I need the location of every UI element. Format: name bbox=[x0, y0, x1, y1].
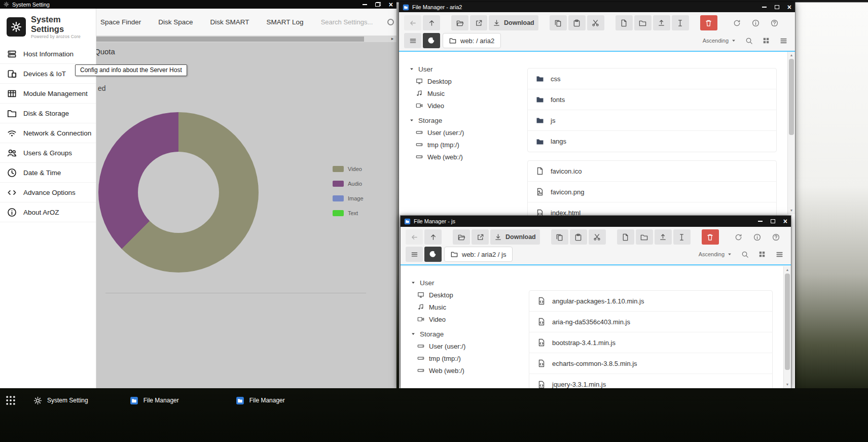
file-row-langs[interactable]: langs bbox=[528, 131, 776, 152]
file-row-favicon-png[interactable]: favicon.png bbox=[528, 182, 776, 202]
close-button[interactable]: × bbox=[389, 1, 393, 8]
menu-button[interactable] bbox=[406, 247, 423, 262]
paste-button[interactable] bbox=[570, 229, 587, 245]
sort-order-dropdown[interactable]: Ascending bbox=[699, 251, 732, 257]
sidebar-item-users-groups[interactable]: Users & Groups bbox=[0, 143, 96, 163]
system-settings-titlebar[interactable]: System Setting × bbox=[0, 0, 396, 9]
restore-button[interactable] bbox=[375, 2, 381, 7]
app-launcher-button[interactable] bbox=[4, 394, 17, 407]
paste-button[interactable] bbox=[568, 15, 586, 30]
list-view-button[interactable] bbox=[777, 33, 790, 48]
settings-search-input[interactable] bbox=[321, 18, 377, 26]
sidebar-item-network-connection[interactable]: Network & Connection bbox=[0, 123, 96, 143]
close-button[interactable]: × bbox=[787, 4, 791, 11]
file-row-echarts[interactable]: echarts-common-3.8.5.min.js bbox=[529, 353, 772, 374]
tree-item-user-drive[interactable]: User (user:/) bbox=[411, 340, 519, 352]
rename-button[interactable] bbox=[672, 15, 689, 30]
upload-button[interactable] bbox=[653, 15, 670, 30]
theme-toggle-button[interactable] bbox=[423, 33, 440, 48]
tab-space-finder[interactable]: Space Finder bbox=[100, 18, 141, 26]
tab-smart-log[interactable]: SMART Log bbox=[267, 18, 304, 26]
taskbar-item-file-manager-2[interactable]: File Manager bbox=[231, 394, 290, 407]
file-row-css[interactable]: css bbox=[528, 69, 776, 89]
vertical-scrollbar[interactable]: ▲ ▼ bbox=[783, 266, 791, 388]
file-row-jquery[interactable]: jquery-3.3.1.min.js bbox=[529, 374, 772, 388]
breadcrumb[interactable]: web: / aria2 bbox=[443, 33, 501, 48]
maximize-button[interactable] bbox=[775, 5, 779, 9]
file-row-aria-ng[interactable]: aria-ng-da5356c403.min.js bbox=[529, 312, 772, 332]
new-folder-button[interactable] bbox=[634, 15, 652, 30]
tree-item-web-drive[interactable]: Web (web:/) bbox=[409, 151, 517, 163]
rename-button[interactable] bbox=[673, 229, 691, 245]
search-button[interactable] bbox=[742, 33, 755, 48]
horizontal-scrollbar[interactable]: ▸ bbox=[96, 36, 396, 42]
tree-item-tmp-drive[interactable]: tmp (tmp:/) bbox=[409, 139, 517, 151]
tree-item-video[interactable]: Video bbox=[409, 99, 517, 112]
file-row-bootstrap[interactable]: bootstrap-3.4.1.min.js bbox=[529, 332, 772, 353]
new-file-button[interactable] bbox=[617, 229, 634, 245]
scrollbar-thumb[interactable] bbox=[789, 59, 794, 135]
copy-button[interactable] bbox=[551, 229, 568, 245]
taskbar-item-file-manager-1[interactable]: File Manager bbox=[125, 394, 184, 407]
tree-section-user[interactable]: User bbox=[411, 277, 519, 289]
breadcrumb[interactable]: web: / aria2 / js bbox=[444, 247, 513, 262]
scrollbar-thumb[interactable] bbox=[785, 274, 790, 370]
horizontal-scrollbar-thumb[interactable] bbox=[96, 37, 364, 42]
up-button[interactable] bbox=[424, 229, 442, 245]
tree-section-storage[interactable]: Storage bbox=[411, 328, 519, 340]
scroll-right-arrow[interactable]: ▸ bbox=[389, 36, 396, 42]
minimize-button[interactable] bbox=[758, 221, 763, 222]
properties-button[interactable] bbox=[749, 229, 766, 245]
tree-item-video[interactable]: Video bbox=[411, 313, 519, 325]
refresh-button[interactable] bbox=[729, 15, 746, 30]
open-button[interactable] bbox=[453, 229, 470, 245]
sidebar-item-host-information[interactable]: Host Information bbox=[0, 44, 96, 64]
back-button[interactable] bbox=[406, 229, 423, 245]
open-button[interactable] bbox=[451, 15, 468, 30]
open-in-new-window-button[interactable] bbox=[472, 229, 489, 245]
sidebar-item-module-management[interactable]: Module Management bbox=[0, 84, 96, 104]
close-button[interactable]: × bbox=[783, 218, 787, 225]
file-row-js[interactable]: js bbox=[528, 110, 776, 131]
minimize-button[interactable] bbox=[363, 4, 367, 5]
scroll-down-arrow[interactable]: ▼ bbox=[788, 208, 795, 214]
tree-item-desktop[interactable]: Desktop bbox=[411, 289, 519, 301]
sidebar-item-disk-storage[interactable]: Disk & Storage bbox=[0, 104, 96, 123]
tree-item-user-drive[interactable]: User (user:/) bbox=[409, 126, 517, 139]
scroll-down-arrow[interactable]: ▼ bbox=[784, 382, 791, 388]
search-button[interactable] bbox=[738, 247, 751, 262]
tree-item-tmp-drive[interactable]: tmp (tmp:/) bbox=[411, 352, 519, 364]
menu-button[interactable] bbox=[404, 33, 421, 48]
properties-button[interactable] bbox=[747, 15, 765, 30]
file-manager-titlebar[interactable]: File Manager - js × bbox=[401, 216, 791, 227]
sidebar-item-date-time[interactable]: Date & Time bbox=[0, 163, 96, 183]
tree-section-storage[interactable]: Storage bbox=[409, 114, 517, 126]
upload-button[interactable] bbox=[655, 229, 672, 245]
tab-disk-space[interactable]: Disk Space bbox=[158, 18, 193, 26]
sidebar-item-advance-options[interactable]: Advance Options bbox=[0, 183, 96, 202]
file-manager-titlebar[interactable]: File Manager - aria2 × bbox=[399, 2, 795, 12]
help-button[interactable] bbox=[766, 15, 783, 30]
up-button[interactable] bbox=[423, 15, 440, 30]
tree-item-music[interactable]: Music bbox=[409, 87, 517, 99]
file-row-fonts[interactable]: fonts bbox=[528, 89, 776, 110]
tab-disk-smart[interactable]: Disk SMART bbox=[210, 18, 249, 26]
back-button[interactable] bbox=[404, 15, 421, 30]
file-row-favicon-ico[interactable]: favicon.ico bbox=[528, 161, 776, 182]
list-view-button[interactable] bbox=[773, 247, 786, 262]
download-button[interactable]: Download bbox=[490, 229, 540, 245]
file-row-angular[interactable]: angular-packages-1.6.10.min.js bbox=[529, 291, 772, 312]
refresh-button[interactable] bbox=[730, 229, 747, 245]
maximize-button[interactable] bbox=[771, 219, 775, 223]
theme-toggle-button[interactable] bbox=[424, 247, 442, 262]
grid-view-button[interactable] bbox=[755, 247, 769, 262]
cut-button[interactable] bbox=[589, 229, 606, 245]
taskbar-item-system-setting[interactable]: System Setting bbox=[28, 394, 93, 407]
minimize-button[interactable] bbox=[762, 7, 767, 8]
sort-order-dropdown[interactable]: Ascending bbox=[703, 38, 736, 44]
download-button[interactable]: Download bbox=[489, 15, 538, 30]
new-file-button[interactable] bbox=[616, 15, 633, 30]
copy-button[interactable] bbox=[550, 15, 567, 30]
tree-section-user[interactable]: User bbox=[409, 63, 517, 75]
tree-item-music[interactable]: Music bbox=[411, 301, 519, 313]
